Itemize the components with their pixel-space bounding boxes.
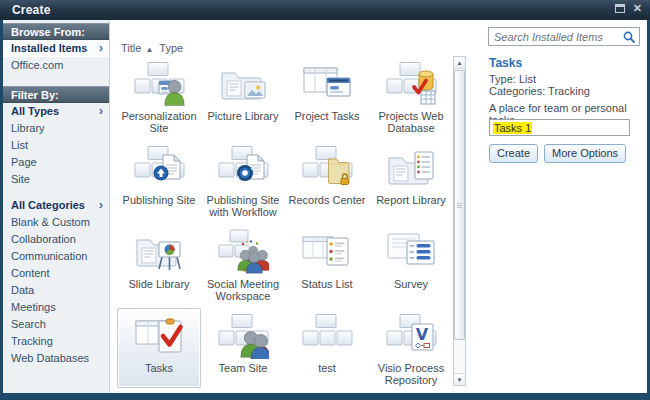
sidebar-item-list[interactable]: List [3, 137, 109, 154]
sidebar-item-site[interactable]: Site [3, 171, 109, 188]
grid-item-survey[interactable]: Survey [369, 224, 453, 306]
grid-item-projects-web-database[interactable]: Projects Web Database [369, 56, 453, 138]
sidebar-item-all-types[interactable]: All Types › [3, 103, 109, 120]
grid-item-test[interactable]: test [285, 308, 369, 390]
sidebar-item-blank-custom[interactable]: Blank & Custom [3, 214, 109, 231]
projects-web-database-icon [385, 61, 437, 107]
project-tasks-icon [301, 61, 353, 107]
sort-by-title[interactable]: Title [121, 42, 141, 54]
template-gallery: Title▲Type Personalization Site [111, 20, 452, 393]
sidebar-item-data[interactable]: Data [3, 282, 109, 299]
publishing-site-icon [133, 145, 185, 191]
selected-item-title: Tasks [489, 56, 522, 70]
template-grid: Personalization Site Picture Library [117, 56, 455, 392]
sidebar-item-tracking[interactable]: Tracking [3, 333, 109, 350]
grid-item-report-library[interactable]: Report Library [369, 140, 453, 222]
chevron-right-icon: › [99, 198, 103, 211]
sidebar: Browse From: Installed Items › Office.co… [3, 20, 110, 393]
scrollbar-thumb[interactable] [454, 70, 465, 340]
sort-by-type[interactable]: Type [159, 42, 183, 54]
create-dialog: Create ✕ Browse From: Installed Items › … [0, 0, 650, 400]
item-name-input[interactable]: Tasks 1 [489, 119, 630, 136]
selected-item-categories: Categories: Tracking [489, 85, 590, 97]
grid-item-team-site[interactable]: Team Site [201, 308, 285, 390]
create-button[interactable]: Create [489, 144, 538, 163]
report-library-icon [385, 145, 437, 191]
sidebar-item-web-databases[interactable]: Web Databases [3, 350, 109, 367]
sidebar-item-meetings[interactable]: Meetings [3, 299, 109, 316]
close-icon[interactable]: ✕ [633, 3, 642, 13]
publishing-site-workflow-icon [217, 145, 269, 191]
grid-item-visio-process-repository[interactable]: V Visio Process Repository [369, 308, 453, 390]
dialog-title: Create [0, 3, 51, 17]
grid-item-publishing-site-workflow[interactable]: Publishing Site with Workflow [201, 140, 285, 222]
sidebar-item-all-categories[interactable]: All Categories › [3, 197, 109, 214]
tasks-icon [133, 313, 185, 359]
grid-item-publishing-site[interactable]: Publishing Site [117, 140, 201, 222]
grid-item-project-tasks[interactable]: Project Tasks [285, 56, 369, 138]
sort-bar: Title▲Type [121, 42, 183, 54]
sidebar-item-collaboration[interactable]: Collaboration [3, 231, 109, 248]
search-placeholder: Search Installed Items [489, 31, 621, 43]
status-list-icon [301, 229, 353, 275]
dialog-body: Browse From: Installed Items › Office.co… [3, 20, 647, 393]
sidebar-item-content[interactable]: Content [3, 265, 109, 282]
scroll-up-icon[interactable]: ▲ [454, 57, 465, 69]
records-center-icon [301, 145, 353, 191]
more-options-button[interactable]: More Options [544, 144, 626, 163]
details-panel: Search Installed Items Tasks Type: List … [467, 20, 647, 393]
sidebar-item-page[interactable]: Page [3, 154, 109, 171]
search-input[interactable]: Search Installed Items [488, 27, 640, 46]
sort-ascending-icon: ▲ [145, 45, 153, 54]
slide-library-icon [133, 229, 185, 275]
chevron-right-icon: › [99, 41, 103, 54]
visio-process-repository-icon: V [385, 313, 437, 359]
social-meeting-workspace-icon [217, 229, 269, 275]
vertical-scrollbar[interactable]: ▲ ▼ [453, 56, 466, 386]
search-icon[interactable] [621, 30, 637, 44]
grid-item-status-list[interactable]: Status List [285, 224, 369, 306]
chevron-right-icon: › [99, 104, 103, 117]
grid-item-slide-library[interactable]: Slide Library [117, 224, 201, 306]
grid-item-picture-library[interactable]: Picture Library [201, 56, 285, 138]
item-name-value: Tasks 1 [493, 122, 532, 134]
grid-item-social-meeting-workspace[interactable]: Social Meeting Workspace [201, 224, 285, 306]
site-boxes-icon [301, 313, 353, 359]
personalization-site-icon [133, 61, 185, 107]
browse-from-header: Browse From: [3, 23, 109, 40]
picture-library-icon [217, 61, 269, 107]
survey-icon [385, 229, 437, 275]
grid-item-records-center[interactable]: Records Center [285, 140, 369, 222]
dialog-titlebar: Create ✕ [0, 0, 650, 20]
scroll-down-icon[interactable]: ▼ [454, 373, 465, 385]
maximize-icon[interactable] [615, 4, 625, 13]
selected-item-type: Type: List [489, 73, 536, 85]
filter-by-header: Filter By: [3, 86, 109, 103]
sidebar-item-installed-items[interactable]: Installed Items › [3, 40, 109, 57]
grid-item-tasks[interactable]: Tasks [117, 308, 201, 388]
team-site-icon [217, 313, 269, 359]
sidebar-item-office-com[interactable]: Office.com [3, 57, 109, 74]
sidebar-item-search[interactable]: Search [3, 316, 109, 333]
svg-text:V: V [416, 325, 429, 344]
grid-item-personalization-site[interactable]: Personalization Site [117, 56, 201, 138]
sidebar-item-library[interactable]: Library [3, 120, 109, 137]
sidebar-item-communication[interactable]: Communication [3, 248, 109, 265]
